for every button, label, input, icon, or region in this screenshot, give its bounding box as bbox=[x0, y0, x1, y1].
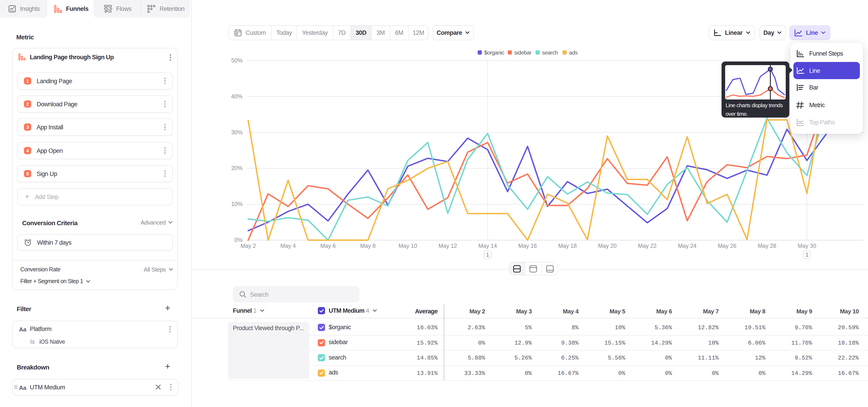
svg-text:May 18: May 18 bbox=[558, 243, 577, 249]
svg-text:May 4: May 4 bbox=[281, 243, 296, 249]
svg-text:May 26: May 26 bbox=[718, 243, 737, 249]
svg-text:May 2: May 2 bbox=[241, 243, 256, 249]
svg-text:20%: 20% bbox=[231, 165, 243, 171]
svg-text:May 6: May 6 bbox=[320, 243, 336, 249]
svg-text:May 14: May 14 bbox=[478, 243, 497, 249]
svg-text:40%: 40% bbox=[231, 93, 243, 99]
svg-text:May 16: May 16 bbox=[518, 243, 537, 249]
svg-text:May 10: May 10 bbox=[399, 243, 417, 249]
svg-text:ads: ads bbox=[569, 50, 578, 56]
svg-text:search: search bbox=[542, 50, 558, 56]
svg-text:May 30: May 30 bbox=[798, 243, 816, 249]
svg-text:May 20: May 20 bbox=[598, 243, 617, 249]
svg-text:May 28: May 28 bbox=[758, 243, 776, 249]
svg-text:May 22: May 22 bbox=[638, 243, 657, 249]
svg-text:sidebar: sidebar bbox=[514, 50, 531, 56]
svg-text:50%: 50% bbox=[231, 57, 243, 64]
svg-text:May 24: May 24 bbox=[678, 243, 696, 249]
svg-text:0%: 0% bbox=[235, 237, 243, 243]
svg-text:10%: 10% bbox=[231, 201, 243, 207]
svg-text:May 8: May 8 bbox=[360, 243, 376, 249]
svg-text:30%: 30% bbox=[231, 129, 243, 135]
svg-text:1: 1 bbox=[805, 252, 808, 258]
svg-text:1: 1 bbox=[486, 252, 489, 258]
svg-text:May 12: May 12 bbox=[438, 243, 457, 249]
svg-text:$organic: $organic bbox=[484, 50, 504, 56]
